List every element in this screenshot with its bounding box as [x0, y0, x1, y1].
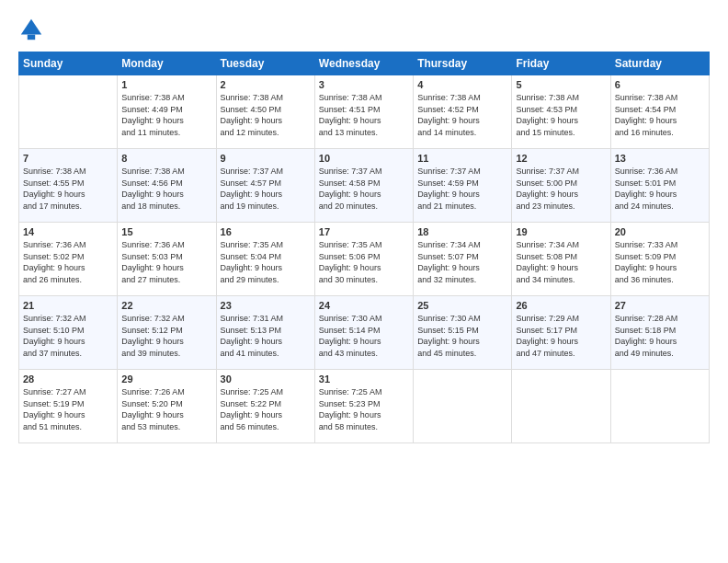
day-number: 26: [516, 300, 606, 311]
calendar-cell: 14Sunrise: 7:36 AM Sunset: 5:02 PM Dayli…: [19, 223, 118, 296]
calendar-cell: 4Sunrise: 7:38 AM Sunset: 4:52 PM Daylig…: [414, 75, 512, 149]
calendar-cell: 11Sunrise: 7:37 AM Sunset: 4:59 PM Dayli…: [414, 149, 512, 223]
day-number: 3: [319, 79, 409, 90]
day-info: Sunrise: 7:32 AM Sunset: 5:12 PM Dayligh…: [121, 313, 211, 359]
calendar-cell: 25Sunrise: 7:30 AM Sunset: 5:15 PM Dayli…: [414, 296, 512, 370]
day-info: Sunrise: 7:38 AM Sunset: 4:55 PM Dayligh…: [23, 166, 113, 212]
day-info: Sunrise: 7:25 AM Sunset: 5:23 PM Dayligh…: [319, 386, 409, 432]
column-header-saturday: Saturday: [610, 52, 709, 75]
header: [18, 17, 710, 42]
day-info: Sunrise: 7:38 AM Sunset: 4:50 PM Dayligh…: [221, 92, 311, 138]
column-header-wednesday: Wednesday: [314, 52, 413, 75]
day-number: 23: [221, 300, 311, 311]
day-info: Sunrise: 7:28 AM Sunset: 5:18 PM Dayligh…: [615, 313, 705, 359]
day-info: Sunrise: 7:26 AM Sunset: 5:20 PM Dayligh…: [121, 386, 211, 432]
day-info: Sunrise: 7:36 AM Sunset: 5:01 PM Dayligh…: [615, 166, 705, 212]
day-info: Sunrise: 7:30 AM Sunset: 5:14 PM Dayligh…: [319, 313, 409, 359]
calendar-cell: 9Sunrise: 7:37 AM Sunset: 4:57 PM Daylig…: [216, 149, 314, 223]
day-info: Sunrise: 7:38 AM Sunset: 4:54 PM Dayligh…: [615, 92, 705, 138]
day-number: 14: [23, 226, 113, 237]
calendar-cell: 13Sunrise: 7:36 AM Sunset: 5:01 PM Dayli…: [610, 149, 709, 223]
day-number: 29: [121, 373, 211, 385]
day-number: 28: [23, 373, 113, 385]
day-info: Sunrise: 7:25 AM Sunset: 5:22 PM Dayligh…: [221, 386, 311, 432]
day-number: 7: [23, 153, 113, 164]
calendar-cell: 29Sunrise: 7:26 AM Sunset: 5:20 PM Dayli…: [118, 370, 216, 443]
day-info: Sunrise: 7:27 AM Sunset: 5:19 PM Dayligh…: [23, 386, 113, 432]
calendar-cell: 30Sunrise: 7:25 AM Sunset: 5:22 PM Dayli…: [216, 370, 314, 443]
day-info: Sunrise: 7:38 AM Sunset: 4:49 PM Dayligh…: [121, 92, 211, 138]
column-header-friday: Friday: [512, 52, 610, 75]
calendar-cell: 10Sunrise: 7:37 AM Sunset: 4:58 PM Dayli…: [314, 149, 413, 223]
day-number: 10: [319, 153, 409, 164]
day-info: Sunrise: 7:37 AM Sunset: 4:59 PM Dayligh…: [417, 166, 507, 212]
calendar-cell: 31Sunrise: 7:25 AM Sunset: 5:23 PM Dayli…: [314, 370, 413, 443]
column-header-tuesday: Tuesday: [216, 52, 314, 75]
svg-rect-1: [28, 35, 35, 40]
day-number: 30: [221, 373, 311, 385]
day-number: 5: [516, 79, 606, 90]
day-info: Sunrise: 7:38 AM Sunset: 4:56 PM Dayligh…: [121, 166, 211, 212]
day-number: 20: [615, 226, 705, 237]
logo-icon: [18, 17, 44, 42]
svg-marker-0: [21, 19, 41, 35]
day-number: 24: [319, 300, 409, 311]
column-header-monday: Monday: [118, 52, 216, 75]
day-info: Sunrise: 7:33 AM Sunset: 5:09 PM Dayligh…: [615, 239, 705, 285]
day-number: 21: [23, 300, 113, 311]
day-info: Sunrise: 7:37 AM Sunset: 4:58 PM Dayligh…: [319, 166, 409, 212]
calendar-cell: 3Sunrise: 7:38 AM Sunset: 4:51 PM Daylig…: [314, 75, 413, 149]
logo: [18, 17, 48, 42]
day-number: 4: [417, 79, 507, 90]
calendar-cell: 19Sunrise: 7:34 AM Sunset: 5:08 PM Dayli…: [512, 223, 610, 296]
calendar-cell: 7Sunrise: 7:38 AM Sunset: 4:55 PM Daylig…: [19, 149, 118, 223]
calendar-cell: [610, 370, 709, 443]
day-info: Sunrise: 7:34 AM Sunset: 5:08 PM Dayligh…: [516, 239, 606, 285]
calendar-cell: 1Sunrise: 7:38 AM Sunset: 4:49 PM Daylig…: [118, 75, 216, 149]
day-number: 2: [221, 79, 311, 90]
calendar-week-4: 28Sunrise: 7:27 AM Sunset: 5:19 PM Dayli…: [19, 370, 710, 443]
calendar-week-3: 21Sunrise: 7:32 AM Sunset: 5:10 PM Dayli…: [19, 296, 710, 370]
calendar-week-1: 7Sunrise: 7:38 AM Sunset: 4:55 PM Daylig…: [19, 149, 710, 223]
day-info: Sunrise: 7:35 AM Sunset: 5:04 PM Dayligh…: [221, 239, 311, 285]
day-info: Sunrise: 7:37 AM Sunset: 4:57 PM Dayligh…: [221, 166, 311, 212]
calendar-cell: 5Sunrise: 7:38 AM Sunset: 4:53 PM Daylig…: [512, 75, 610, 149]
calendar-cell: [19, 75, 118, 149]
calendar-cell: 27Sunrise: 7:28 AM Sunset: 5:18 PM Dayli…: [610, 296, 709, 370]
calendar-cell: [414, 370, 512, 443]
calendar-cell: 26Sunrise: 7:29 AM Sunset: 5:17 PM Dayli…: [512, 296, 610, 370]
day-number: 16: [221, 226, 311, 237]
column-header-thursday: Thursday: [414, 52, 512, 75]
day-number: 8: [121, 153, 211, 164]
calendar-cell: 16Sunrise: 7:35 AM Sunset: 5:04 PM Dayli…: [216, 223, 314, 296]
calendar-week-2: 14Sunrise: 7:36 AM Sunset: 5:02 PM Dayli…: [19, 223, 710, 296]
day-number: 17: [319, 226, 409, 237]
day-number: 31: [319, 373, 409, 385]
day-info: Sunrise: 7:35 AM Sunset: 5:06 PM Dayligh…: [319, 239, 409, 285]
calendar-cell: 6Sunrise: 7:38 AM Sunset: 4:54 PM Daylig…: [610, 75, 709, 149]
day-number: 9: [221, 153, 311, 164]
calendar-cell: 8Sunrise: 7:38 AM Sunset: 4:56 PM Daylig…: [118, 149, 216, 223]
day-number: 11: [417, 153, 507, 164]
day-number: 1: [121, 79, 211, 90]
calendar-cell: 2Sunrise: 7:38 AM Sunset: 4:50 PM Daylig…: [216, 75, 314, 149]
calendar-header-row: SundayMondayTuesdayWednesdayThursdayFrid…: [19, 52, 710, 75]
calendar-cell: 24Sunrise: 7:30 AM Sunset: 5:14 PM Dayli…: [314, 296, 413, 370]
calendar-cell: 15Sunrise: 7:36 AM Sunset: 5:03 PM Dayli…: [118, 223, 216, 296]
calendar-cell: [512, 370, 610, 443]
day-number: 13: [615, 153, 705, 164]
column-header-sunday: Sunday: [19, 52, 118, 75]
calendar-cell: 21Sunrise: 7:32 AM Sunset: 5:10 PM Dayli…: [19, 296, 118, 370]
day-number: 22: [121, 300, 211, 311]
day-info: Sunrise: 7:36 AM Sunset: 5:02 PM Dayligh…: [23, 239, 113, 285]
day-number: 25: [417, 300, 507, 311]
day-info: Sunrise: 7:30 AM Sunset: 5:15 PM Dayligh…: [417, 313, 507, 359]
day-number: 18: [417, 226, 507, 237]
day-number: 6: [615, 79, 705, 90]
calendar-cell: 17Sunrise: 7:35 AM Sunset: 5:06 PM Dayli…: [314, 223, 413, 296]
day-info: Sunrise: 7:34 AM Sunset: 5:07 PM Dayligh…: [417, 239, 507, 285]
calendar-table: SundayMondayTuesdayWednesdayThursdayFrid…: [18, 52, 710, 443]
page: SundayMondayTuesdayWednesdayThursdayFrid…: [0, 0, 728, 563]
calendar-cell: 18Sunrise: 7:34 AM Sunset: 5:07 PM Dayli…: [414, 223, 512, 296]
day-info: Sunrise: 7:29 AM Sunset: 5:17 PM Dayligh…: [516, 313, 606, 359]
